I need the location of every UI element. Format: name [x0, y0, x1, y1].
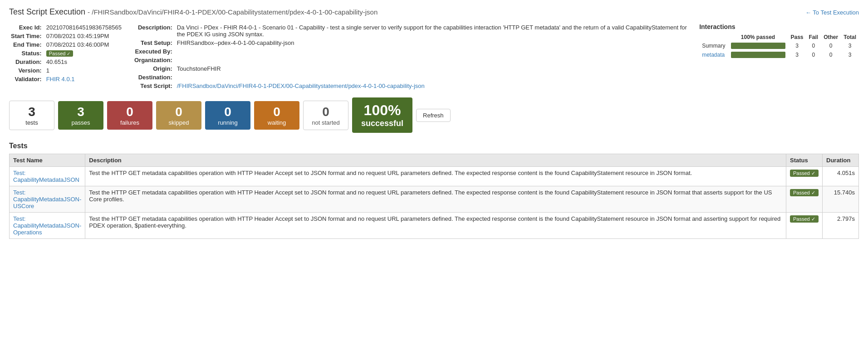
test-description: Test the HTTP GET metadata capabilities … — [85, 186, 786, 213]
stat-waiting-count: 0 — [261, 105, 292, 119]
interactions-col-total: Total — [841, 33, 859, 41]
col-test-name: Test Name — [10, 154, 85, 167]
stat-skipped-label: skipped — [163, 119, 194, 126]
stat-failures: 0 failures — [107, 101, 152, 130]
stat-passes-count: 3 — [65, 105, 96, 119]
success-pct: 100% — [361, 102, 403, 119]
validator-value: FHIR 4.0.1 — [44, 75, 123, 83]
stat-waiting-label: waiting — [261, 119, 292, 126]
stat-tests-count: 3 — [17, 105, 47, 119]
destination-label: Destination: — [132, 73, 175, 82]
interactions-panel: Interactions 100% passed Pass Fail Other… — [699, 23, 859, 90]
stats-row: 3 tests 3 passes 0 failures 0 skipped 0 … — [9, 97, 859, 133]
destination-value — [175, 73, 690, 82]
interactions-col-name — [699, 33, 728, 41]
stat-skipped-count: 0 — [163, 105, 194, 119]
test-script-link[interactable]: /FHIRSandbox/DaVinci/FHIR4-0-1-PDEX/00-C… — [177, 83, 425, 89]
interactions-col-fail: Fail — [806, 33, 821, 41]
refresh-button[interactable]: Refresh — [416, 109, 451, 122]
version-value: 1 — [44, 66, 123, 75]
interaction-row-pass: 3 — [788, 41, 806, 50]
col-status: Status — [786, 154, 823, 167]
stat-not-started-count: 0 — [311, 105, 341, 119]
interaction-row-fail: 0 — [806, 41, 821, 50]
interaction-row-other: 0 — [821, 41, 841, 50]
success-label: successful — [361, 119, 403, 128]
interactions-table: 100% passed Pass Fail Other Total Summar… — [699, 33, 859, 59]
interactions-col-pct: 100% passed — [728, 33, 788, 41]
desc-label: Description: — [132, 23, 175, 39]
description-info: Description: Da Vinci - PDex - FHIR R4-0… — [132, 23, 690, 90]
stat-tests-label: tests — [17, 119, 47, 126]
test-duration: 2.797s — [823, 213, 859, 239]
interaction-row-bar — [728, 41, 788, 50]
interaction-row-total: 3 — [841, 41, 859, 50]
stat-waiting: 0 waiting — [254, 101, 299, 130]
col-duration: Duration — [823, 154, 859, 167]
page-header: Test Script Execution - /FHIRSandbox/DaV… — [9, 7, 859, 17]
stat-failures-count: 0 — [114, 105, 145, 119]
interaction-row-fail: 0 — [806, 50, 821, 59]
title-path: - /FHIRSandbox/DaVinci/FHIR4-0-1-PDEX/00… — [88, 8, 378, 16]
tests-table: Test Name Description Status Duration Te… — [9, 154, 859, 239]
info-section: Exec Id: 20210708164519836758565 Start T… — [9, 23, 859, 90]
end-time-value: 07/08/2021 03:46:00PM — [44, 40, 123, 49]
origin-value: TouchstoneFHIR — [175, 64, 690, 73]
stat-tests: 3 tests — [9, 101, 54, 130]
interaction-row-bar — [728, 50, 788, 59]
interaction-row-link[interactable]: metadata — [702, 52, 725, 58]
origin-label: Origin: — [132, 64, 175, 73]
status-value: Passed — [44, 49, 123, 58]
interactions-col-other: Other — [821, 33, 841, 41]
test-status: Passed — [786, 167, 823, 186]
table-row: Test: CapabilityMetadataJSONTest the HTT… — [10, 167, 859, 186]
duration-label: Duration: — [9, 58, 44, 66]
tests-section-title: Tests — [9, 142, 859, 150]
stat-skipped: 0 skipped — [156, 101, 201, 130]
stat-passes-label: passes — [65, 119, 96, 126]
validator-link[interactable]: FHIR 4.0.1 — [46, 76, 75, 83]
stat-running-count: 0 — [212, 105, 243, 119]
stat-passes: 3 passes — [58, 101, 103, 130]
interaction-row-total: 3 — [841, 50, 859, 59]
test-name-link[interactable]: Test: CapabilityMetadataJSON-USCore — [13, 189, 81, 209]
table-row: Test: CapabilityMetadataJSON-USCoreTest … — [10, 186, 859, 213]
table-row: Test: CapabilityMetadataJSON-OperationsT… — [10, 213, 859, 239]
end-time-label: End Time: — [9, 40, 44, 49]
interactions-title: Interactions — [699, 23, 859, 30]
interaction-row-other: 0 — [821, 50, 841, 59]
status-badge: Passed — [790, 170, 819, 177]
test-script-label: Test Script: — [132, 82, 175, 90]
executed-by-value — [175, 47, 690, 56]
organization-value — [175, 56, 690, 64]
test-duration: 15.740s — [823, 186, 859, 213]
status-label: Status: — [9, 49, 44, 58]
success-box: 100% successful — [352, 97, 412, 133]
validator-label: Validator: — [9, 75, 44, 83]
interaction-row-name: Summary — [699, 41, 728, 50]
stat-running: 0 running — [205, 101, 250, 130]
test-name-link[interactable]: Test: CapabilityMetadataJSON-Operations — [13, 215, 81, 236]
stat-not-started: 0 not started — [303, 101, 348, 130]
stat-failures-label: failures — [114, 119, 145, 126]
exec-id-value: 20210708164519836758565 — [44, 23, 123, 32]
col-description: Description — [85, 154, 786, 167]
duration-value: 40.651s — [44, 58, 123, 66]
test-duration: 4.051s — [823, 167, 859, 186]
interactions-col-pass: Pass — [788, 33, 806, 41]
stat-running-label: running — [212, 119, 243, 126]
test-setup-label: Test Setup: — [132, 39, 175, 47]
page-title: Test Script Execution - /FHIRSandbox/DaV… — [9, 7, 378, 17]
start-time-label: Start Time: — [9, 32, 44, 40]
start-time-value: 07/08/2021 03:45:19PM — [44, 32, 123, 40]
stat-not-started-label: not started — [311, 119, 341, 126]
exec-id-label: Exec Id: — [9, 23, 44, 32]
executed-by-label: Executed By: — [132, 47, 175, 56]
status-badge: Passed — [790, 189, 819, 196]
organization-label: Organization: — [132, 56, 175, 64]
test-script-value: /FHIRSandbox/DaVinci/FHIR4-0-1-PDEX/00-C… — [175, 82, 690, 90]
version-label: Version: — [9, 66, 44, 75]
desc-value: Da Vinci - PDex - FHIR R4-0-1 - Scenario… — [175, 23, 690, 39]
test-name-link[interactable]: Test: CapabilityMetadataJSON — [13, 170, 79, 183]
back-link[interactable]: ← To Test Execution — [805, 9, 859, 16]
